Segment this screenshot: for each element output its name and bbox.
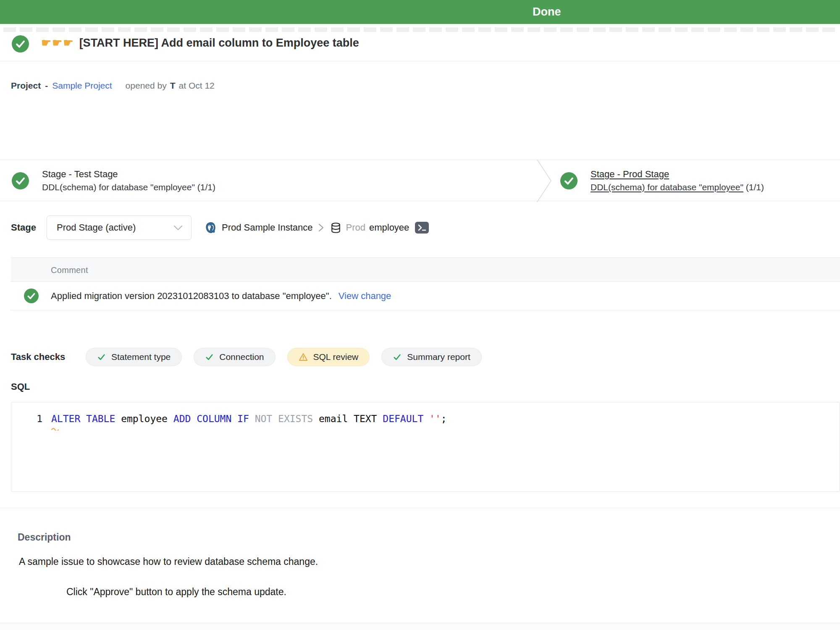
stage-subtitle-count: (1/1) [743, 182, 764, 192]
check-pass-icon [97, 353, 106, 362]
status-banner: Done [0, 0, 840, 24]
issue-title-text: [START HERE] Add email column to Employe… [79, 37, 359, 49]
instance-link[interactable]: Prod Sample Instance [222, 222, 312, 233]
task-checks-row: Task checks Statement type Connection SQ… [0, 348, 840, 366]
pointer-emoji: ☛☛☛ [41, 37, 74, 49]
check-label: Statement type [111, 352, 171, 362]
stage-subtitle: DDL(schema) for database "employee" (1/1… [42, 181, 215, 194]
stage-select-dropdown[interactable]: Prod Stage (active) [47, 215, 192, 240]
stage-separator-chevron [537, 160, 553, 202]
description-line-1: A sample issue to showcase how to review… [19, 556, 318, 567]
stage-prod-stage[interactable]: Stage - Prod Stage DDL(schema) for datab… [560, 160, 764, 202]
description-line-2: Click "Approve" button to apply the sche… [66, 586, 286, 598]
title-divider [0, 61, 840, 61]
bottom-area [0, 623, 840, 630]
sql-code-line: 1 ALTER TABLE employee ADD COLUMN IF NOT… [11, 412, 840, 425]
check-summary-report[interactable]: Summary report [381, 348, 482, 366]
stage-title-link[interactable]: Stage - Prod Stage [591, 168, 764, 181]
sql-warning-squiggle [51, 427, 60, 430]
issue-title: ☛☛☛[START HERE] Add email column to Empl… [41, 36, 359, 50]
check-pass-icon [393, 353, 402, 362]
warning-triangle-icon [299, 353, 308, 361]
issue-done-check-icon [12, 35, 29, 52]
task-checks-label: Task checks [11, 352, 65, 362]
stage-selector-label: Stage [11, 215, 36, 240]
comment-text: Applied migration version 20231012083103… [51, 291, 332, 302]
status-banner-label: Done [533, 0, 561, 24]
environment-label: Prod [346, 222, 365, 233]
sql-section-label: SQL [11, 381, 30, 392]
opened-at: at Oct 12 [179, 81, 215, 91]
description-label: Description [18, 532, 71, 543]
banner-dashed-strip [3, 27, 837, 32]
comment-row: Applied migration version 20231012083103… [11, 282, 840, 310]
project-link[interactable]: Sample Project [52, 81, 112, 91]
pipeline: Stage - Test Stage DDL(schema) for datab… [0, 160, 840, 201]
issue-creator: T [170, 81, 176, 91]
sql-editor[interactable]: 1 ALTER TABLE employee ADD COLUMN IF NOT… [11, 402, 840, 492]
view-change-link[interactable]: View change [339, 291, 391, 302]
stage-selector-row: Stage Prod Stage (active) Prod Sample In… [0, 215, 840, 240]
stage-test-stage[interactable]: Stage - Test Stage DDL(schema) for datab… [12, 160, 215, 202]
check-sql-review[interactable]: SQL review [287, 348, 370, 366]
comment-table: Comment Applied migration version 202310… [11, 257, 840, 310]
postgresql-icon [205, 221, 217, 234]
database-icon [330, 222, 341, 234]
stage-done-check-icon [12, 172, 29, 189]
check-label: SQL review [313, 352, 359, 362]
project-separator: - [45, 81, 48, 91]
comment-column-header: Comment [11, 257, 840, 282]
check-label: Summary report [407, 352, 470, 362]
task-check-pills: Statement type Connection SQL review Sum… [86, 348, 482, 366]
stage-done-check-icon [560, 172, 578, 189]
section-divider [0, 508, 840, 508]
stage-title: Stage - Test Stage [42, 168, 215, 181]
line-number: 1 [24, 412, 42, 425]
stage-select-value: Prod Stage (active) [57, 222, 173, 233]
project-label: Project [11, 81, 41, 91]
check-pass-icon [205, 353, 214, 362]
open-sql-editor-button[interactable] [415, 222, 429, 234]
database-link[interactable]: employee [369, 222, 409, 233]
check-connection[interactable]: Connection [194, 348, 275, 366]
stage-subtitle-link[interactable]: DDL(schema) for database "employee" [591, 182, 743, 192]
sql-statement: ALTER TABLE employee ADD COLUMN IF NOT E… [51, 412, 447, 425]
issue-meta-row: Project - Sample Project opened by T at … [11, 81, 215, 91]
check-statement-type[interactable]: Statement type [86, 348, 182, 366]
check-label: Connection [219, 352, 264, 362]
opened-by-prefix: opened by [126, 81, 167, 91]
comment-success-check-icon [24, 289, 39, 303]
chevron-down-icon [173, 225, 183, 231]
database-breadcrumb: Prod Sample Instance Prod employee [205, 215, 429, 240]
chevron-right-icon [318, 223, 324, 232]
